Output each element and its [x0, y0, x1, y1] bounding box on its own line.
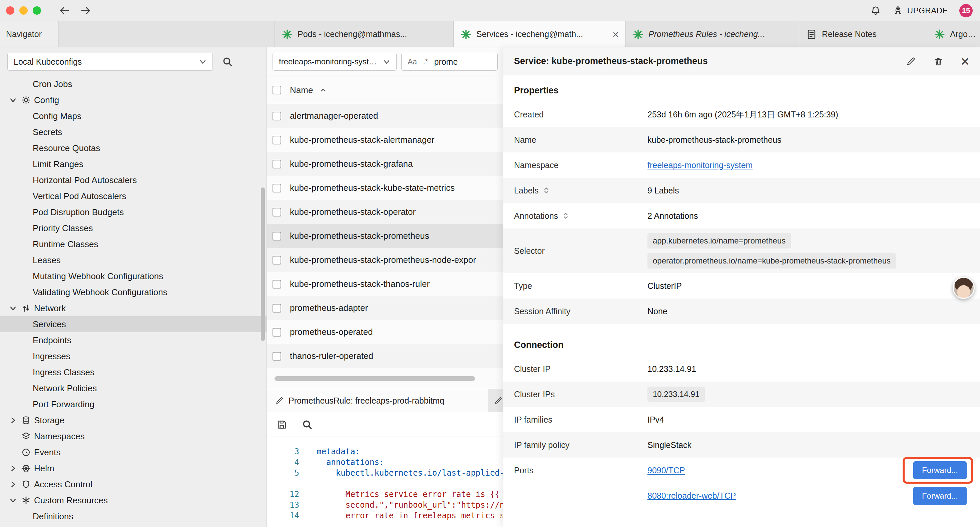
close-tab-icon[interactable]: ×	[612, 29, 619, 40]
maximize-window-button[interactable]	[33, 6, 41, 15]
sort-ascending-icon[interactable]	[320, 86, 327, 94]
sidebar-item-config-maps[interactable]: Config Maps	[0, 108, 267, 124]
sidebar-item-endpoints[interactable]: Endpoints	[0, 332, 267, 348]
table-row-kube-prometheus-stack-prometheus-node-expor[interactable]: kube-prometheus-stack-prometheus-node-ex…	[267, 248, 503, 272]
forward-button[interactable]: Forward...	[913, 461, 967, 479]
editor-tab-prometheusrule[interactable]: PrometheusRule: freeleaps-prod-rabbitmq	[267, 389, 488, 412]
sidebar-scrollbar[interactable]	[261, 188, 265, 341]
table-row-kube-prometheus-stack-prometheus[interactable]: kube-prometheus-stack-prometheus	[267, 224, 503, 248]
edit-pencil-icon[interactable]	[906, 56, 916, 66]
sidebar-item-cron-jobs[interactable]: Cron Jobs	[0, 76, 267, 92]
row-checkbox[interactable]	[272, 160, 281, 169]
row-checkbox[interactable]	[272, 352, 281, 361]
sidebar-item-mutating-webhook-configurations[interactable]: Mutating Webhook Configurations	[0, 268, 267, 284]
table-row-alertmanager-operated[interactable]: alertmanager-operated	[267, 104, 503, 128]
row-checkbox[interactable]	[272, 208, 281, 217]
chevron-down-icon[interactable]	[10, 96, 17, 104]
close-panel-icon[interactable]: ×	[961, 56, 969, 67]
name-column-header[interactable]: Name	[290, 85, 313, 96]
row-checkbox[interactable]	[272, 184, 281, 193]
sidebar-item-services[interactable]: Services	[0, 316, 267, 332]
match-case-toggle[interactable]: Aa	[407, 57, 417, 66]
sidebar-item-network[interactable]: Network	[0, 300, 267, 316]
sidebar-item-access-control[interactable]: Access Control	[0, 476, 267, 492]
sidebar-item-definitions[interactable]: Definitions	[0, 508, 267, 524]
chevron-down-icon[interactable]	[10, 304, 17, 312]
minimize-window-button[interactable]	[19, 6, 28, 15]
sidebar-item-pod-disruption-budgets[interactable]: Pod Disruption Budgets	[0, 204, 267, 220]
sidebar-item-leases[interactable]: Leases	[0, 252, 267, 268]
sidebar-item-validating-webhook-configurations[interactable]: Validating Webhook Configurations	[0, 284, 267, 300]
scrollbar-thumb[interactable]	[275, 376, 475, 381]
search-icon[interactable]	[302, 419, 313, 430]
row-checkbox[interactable]	[272, 256, 281, 264]
expand-values-icon[interactable]	[543, 187, 550, 194]
avatar[interactable]	[953, 277, 975, 299]
table-row-prometheus-operated[interactable]: prometheus-operated	[267, 320, 503, 344]
port-link[interactable]: 9090/TCP	[648, 466, 685, 475]
row-checkbox[interactable]	[272, 112, 281, 120]
sidebar-item-ingress-classes[interactable]: Ingress Classes	[0, 364, 267, 380]
table-row-kube-prometheus-stack-thanos-ruler[interactable]: kube-prometheus-stack-thanos-ruler	[267, 272, 503, 296]
save-icon[interactable]	[277, 419, 287, 430]
sidebar-item-limit-ranges[interactable]: Limit Ranges	[0, 156, 267, 172]
kubeconfig-select[interactable]: Local Kubeconfigs	[7, 53, 213, 71]
tab-services-icecheng-math[interactable]: Services - icecheng@math... ×	[453, 21, 626, 47]
namespace-select[interactable]: freeleaps-monitoring-system	[272, 53, 396, 71]
chevron-right-icon[interactable]	[10, 417, 17, 424]
port-link[interactable]: 8080:reloader-web/TCP	[648, 491, 736, 501]
tab-prometheus-rules-icecheng[interactable]: Prometheus Rules - icecheng...	[626, 21, 799, 47]
sidebar-item-resource-quotas[interactable]: Resource Quotas	[0, 140, 267, 156]
sidebar-item-runtime-classes[interactable]: Runtime Classes	[0, 236, 267, 252]
editor-tab-partial[interactable]	[488, 389, 503, 412]
delete-trash-icon[interactable]	[933, 56, 943, 66]
table-row-kube-prometheus-stack-operator[interactable]: kube-prometheus-stack-operator	[267, 200, 503, 224]
forward-icon[interactable]	[80, 5, 92, 17]
tab-argo-se[interactable]: Argo Se	[927, 21, 980, 47]
tab-release-notes[interactable]: Release Notes	[799, 21, 927, 47]
navigator-panel-tab[interactable]: Navigator	[0, 21, 59, 47]
sidebar-item-ingresses[interactable]: Ingresses	[0, 348, 267, 364]
table-row-kube-prometheus-stack-kube-state-metrics[interactable]: kube-prometheus-stack-kube-state-metrics	[267, 176, 503, 200]
back-icon[interactable]	[58, 5, 70, 17]
namespace-link[interactable]: freeleaps-monitoring-system	[648, 161, 752, 170]
chevron-right-icon[interactable]	[10, 481, 17, 488]
sidebar-search-button[interactable]	[220, 54, 235, 69]
upgrade-button[interactable]: UPGRADE	[892, 5, 948, 16]
sidebar-item-horizontal-pod-autoscalers[interactable]: Horizontal Pod Autoscalers	[0, 172, 267, 188]
table-row-kube-prometheus-stack-grafana[interactable]: kube-prometheus-stack-grafana	[267, 152, 503, 176]
row-checkbox[interactable]	[272, 280, 281, 288]
table-row-thanos-ruler-operated[interactable]: thanos-ruler-operated	[267, 344, 503, 368]
regex-toggle[interactable]: .*	[423, 57, 428, 66]
row-checkbox[interactable]	[272, 136, 281, 145]
sidebar-item-custom-resources[interactable]: Custom Resources	[0, 492, 267, 508]
sidebar-item-network-policies[interactable]: Network Policies	[0, 380, 267, 396]
row-checkbox[interactable]	[272, 328, 281, 336]
select-all-checkbox[interactable]	[272, 86, 281, 94]
sidebar-item-helm[interactable]: Helm	[0, 460, 267, 476]
row-checkbox[interactable]	[272, 304, 281, 312]
close-window-button[interactable]	[6, 6, 14, 15]
chevron-down-icon[interactable]	[10, 497, 17, 504]
expand-values-icon[interactable]	[562, 212, 570, 220]
filter-input[interactable]: Aa .* prome	[401, 53, 498, 71]
yaml-editor[interactable]: 3 metadata: 4 annotations: 5 kubectl.kub…	[267, 437, 503, 527]
sidebar-item-events[interactable]: Events	[0, 444, 267, 460]
sidebar-item-port-forwarding[interactable]: Port Forwarding	[0, 396, 267, 412]
sidebar-item-namespaces[interactable]: Namespaces	[0, 428, 267, 444]
tab-pods-icecheng-mathmas[interactable]: Pods - icecheng@mathmas...	[275, 21, 453, 47]
sidebar-item-config[interactable]: Config	[0, 92, 267, 108]
table-row-prometheus-adapter[interactable]: prometheus-adapter	[267, 296, 503, 320]
notification-badge[interactable]: 15	[959, 4, 973, 18]
row-checkbox[interactable]	[272, 232, 281, 240]
forward-button[interactable]: Forward...	[913, 487, 967, 505]
notifications-bell-icon[interactable]	[870, 5, 881, 16]
table-row-kube-prometheus-stack-alertmanager[interactable]: kube-prometheus-stack-alertmanager	[267, 128, 503, 152]
sidebar-item-priority-classes[interactable]: Priority Classes	[0, 220, 267, 236]
chevron-right-icon[interactable]	[10, 465, 17, 472]
sidebar-item-vertical-pod-autoscalers[interactable]: Vertical Pod Autoscalers	[0, 188, 267, 204]
row-name: prometheus-operated	[290, 327, 373, 337]
horizontal-scrollbar[interactable]	[272, 376, 498, 381]
sidebar-item-storage[interactable]: Storage	[0, 412, 267, 428]
sidebar-item-secrets[interactable]: Secrets	[0, 124, 267, 140]
